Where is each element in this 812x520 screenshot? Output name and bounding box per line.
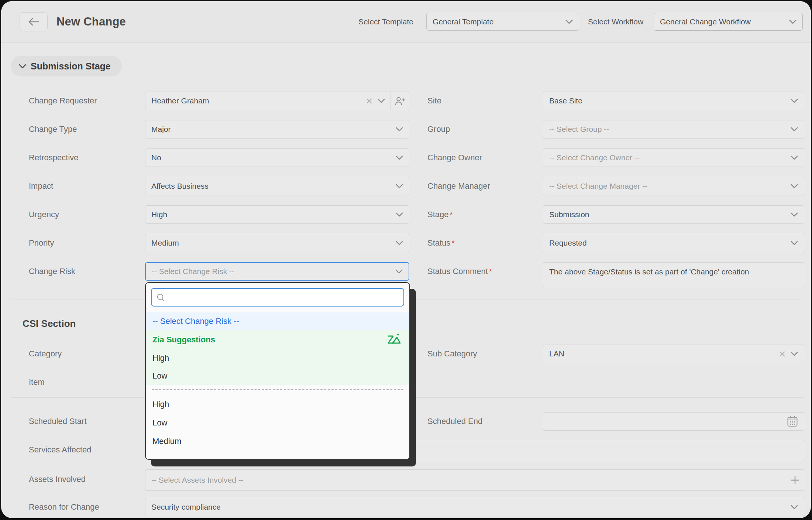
chevron-down-icon [19,64,26,69]
change-manager-select[interactable]: -- Select Change Manager -- [543,177,804,195]
chevron-down-icon[interactable] [378,99,385,103]
stage-value: Submission [549,210,791,219]
change-owner-placeholder: -- Select Change Owner -- [549,153,791,162]
category-label: Category [29,345,62,363]
assets-involved-label: Assets Involved [29,470,86,489]
section-rule [118,66,804,66]
sub-category-select[interactable]: LAN [543,345,804,363]
arrow-left-icon [28,17,39,26]
chevron-down-icon[interactable] [791,352,798,356]
group-select[interactable]: -- Select Group -- [543,120,804,138]
reason-for-change-select[interactable]: Security compliance [145,498,804,516]
sub-category-label: Sub Category [427,345,477,363]
reason-for-change-value: Security compliance [151,503,791,512]
retrospective-label: Retrospective [29,148,79,167]
group-label: Group [427,120,450,138]
clear-icon[interactable] [366,98,372,104]
status-label: Status [427,234,455,252]
status-comment-label: Status Comment [427,262,492,281]
site-select[interactable]: Base Site [543,92,804,110]
add-requester-button[interactable] [390,92,409,110]
zia-suggestions-block: Zia Suggestions High Low [146,330,409,385]
status-value: Requested [549,239,791,247]
chevron-down-icon [395,269,403,274]
priority-label: Priority [29,234,54,252]
reason-for-change-label: Reason for Change [29,498,99,516]
status-comment-value: The above Stage/Status is set as part of… [549,267,798,276]
chevron-down-icon [396,155,403,160]
dropdown-option-low[interactable]: Low [146,414,409,432]
template-select[interactable]: General Template [426,13,579,31]
dropdown-dashed-divider [152,389,403,390]
sub-category-value: LAN [549,349,774,358]
priority-select[interactable]: Medium [145,234,409,252]
chevron-down-icon [791,127,798,131]
change-requester-value: Heather Graham [151,96,361,105]
dropdown-search-input[interactable] [151,288,404,307]
priority-value: Medium [151,239,396,247]
assets-involved-field[interactable]: -- Select Assets Involved -- [145,469,804,491]
retrospective-select[interactable]: No [145,148,409,167]
screen: New Change Select Template General Templ… [0,0,812,520]
impact-value: Affects Business [151,182,396,191]
chevron-down-icon [791,99,798,103]
csi-section-title: CSI Section [23,318,76,329]
change-type-value: Major [151,125,396,134]
retrospective-value: No [151,153,396,162]
chevron-down-icon [791,212,798,217]
dropdown-option-high[interactable]: High [146,395,409,414]
select-workflow-label: Select Workflow [588,1,643,42]
dropdown-search-wrap [151,288,404,307]
urgency-select[interactable]: High [145,205,409,224]
chevron-down-icon [791,155,798,160]
change-risk-dropdown-panel: -- Select Change Risk -- Zia Suggestions… [145,282,410,460]
change-risk-placeholder: -- Select Change Risk -- [152,267,395,276]
page-title: New Change [56,1,126,42]
back-button[interactable] [20,12,48,31]
new-change-window: New Change Select Template General Templ… [1,1,811,518]
chevron-down-icon [791,184,798,188]
calendar-icon[interactable] [787,415,798,427]
change-risk-label: Change Risk [29,262,75,281]
stage-select[interactable]: Submission [543,205,804,224]
chevron-down-icon [396,241,403,245]
site-label: Site [427,92,441,110]
chevron-down-icon [789,20,796,24]
dropdown-option-medium[interactable]: Medium [146,432,409,451]
dropdown-option-select-change-risk[interactable]: -- Select Change Risk -- [146,312,409,330]
chevron-down-icon [396,212,403,217]
zia-option-high[interactable]: High [146,349,409,367]
change-type-select[interactable]: Major [145,120,409,138]
stage-label: Stage [427,205,453,224]
change-owner-label: Change Owner [427,148,482,167]
change-risk-select[interactable]: -- Select Change Risk -- [145,262,409,281]
group-placeholder: -- Select Group -- [549,125,791,134]
submission-stage-toggle[interactable]: Submission Stage [11,56,122,76]
zia-suggestions-title: Zia Suggestions [152,335,215,345]
workflow-select[interactable]: General Change Workflow [654,13,803,31]
template-select-value: General Template [433,17,565,26]
person-plus-icon [395,96,405,106]
chevron-down-icon [791,241,798,245]
site-value: Base Site [549,96,791,105]
select-template-label: Select Template [358,1,413,42]
item-label: Item [29,373,45,391]
status-select[interactable]: Requested [543,234,804,252]
change-type-label: Change Type [29,120,77,138]
search-icon [156,293,165,302]
change-owner-select[interactable]: -- Select Change Owner -- [543,148,804,167]
top-bar: New Change Select Template General Templ… [1,1,811,43]
impact-label: Impact [29,177,53,195]
change-requester-field[interactable]: Heather Graham [145,92,409,110]
add-asset-button[interactable] [786,470,804,490]
clear-icon[interactable] [779,351,785,357]
assets-involved-placeholder: -- Select Assets Involved -- [151,476,781,485]
chevron-down-icon [791,505,798,509]
services-affected-label: Services Affected [29,441,92,459]
plus-icon [790,475,800,485]
zia-option-low[interactable]: Low [146,367,409,385]
status-comment-field[interactable]: The above Stage/Status is set as part of… [543,262,804,287]
scheduled-end-field[interactable] [543,412,804,431]
urgency-label: Urgency [29,205,59,224]
impact-select[interactable]: Affects Business [145,177,409,195]
